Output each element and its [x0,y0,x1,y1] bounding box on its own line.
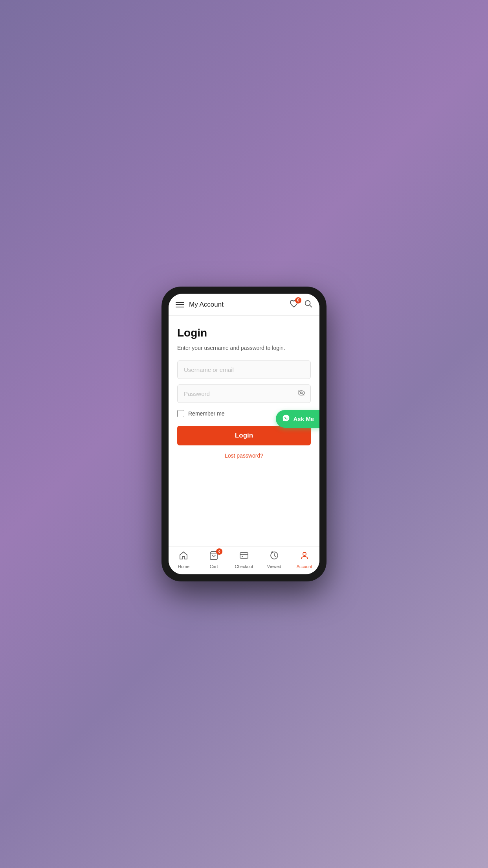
nav-item-cart[interactable]: 0 Cart [202,551,226,569]
nav-item-account[interactable]: Account [293,551,316,569]
ask-me-label: Ask Me [293,416,314,422]
username-input[interactable] [177,360,311,379]
remember-checkbox[interactable] [177,410,184,417]
svg-line-1 [310,305,312,307]
nav-item-checkout[interactable]: Checkout [232,551,256,569]
whatsapp-icon [282,414,290,424]
remember-label: Remember me [188,410,225,417]
svg-rect-6 [240,553,248,558]
header-left: My Account [176,301,224,309]
viewed-icon [270,551,279,563]
menu-button[interactable] [176,302,184,307]
ask-me-button[interactable]: Ask Me [276,410,319,428]
nav-label-home: Home [178,564,189,569]
password-wrapper [177,384,311,403]
lost-password-link[interactable]: Lost password? [177,452,311,459]
nav-label-account: Account [297,564,312,569]
login-subtitle: Enter your username and password to logi… [177,345,311,351]
home-icon [179,551,188,563]
header: My Account 0 [169,294,319,316]
nav-item-viewed[interactable]: Viewed [262,551,286,569]
nav-item-home[interactable]: Home [172,551,195,569]
nav-label-checkout: Checkout [235,564,253,569]
cart-icon: 0 [209,551,218,563]
checkout-icon [239,551,249,563]
cart-badge: 0 [216,548,222,555]
phone-screen: My Account 0 [169,294,319,574]
svg-point-10 [303,552,306,555]
main-content: Login Enter your username and password t… [169,316,319,546]
login-title: Login [177,327,311,339]
password-input[interactable] [177,384,311,403]
login-button[interactable]: Login [177,426,311,445]
wishlist-button[interactable]: 0 [290,300,298,310]
nav-label-cart: Cart [210,564,218,569]
header-right: 0 [290,299,312,310]
toggle-password-icon[interactable] [297,390,305,398]
page-title: My Account [189,301,224,309]
account-icon [300,551,309,563]
bottom-nav: Home 0 Cart [169,546,319,574]
wishlist-badge: 0 [295,297,301,303]
phone-frame: My Account 0 [161,287,327,581]
nav-label-viewed: Viewed [267,564,281,569]
search-icon[interactable] [304,299,312,310]
